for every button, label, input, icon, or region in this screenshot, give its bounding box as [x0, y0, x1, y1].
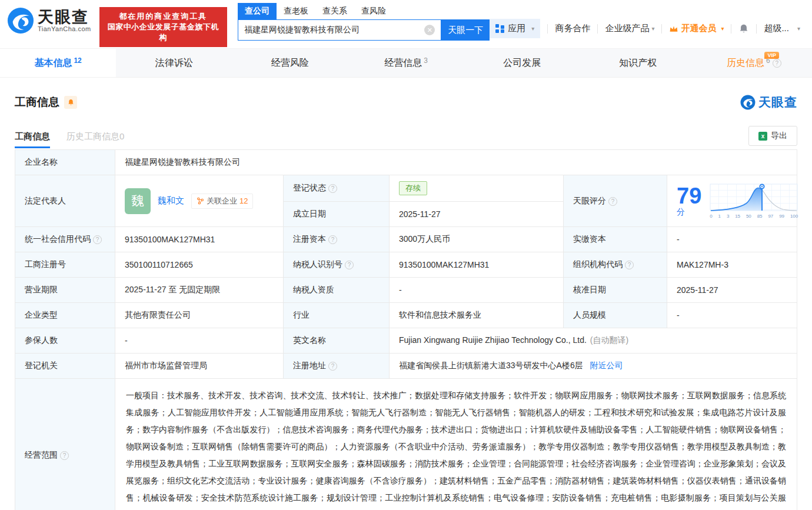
- help-icon[interactable]: ?: [608, 197, 617, 206]
- apps-menu-button[interactable]: 应用 ▾: [490, 19, 540, 38]
- reg-authority-label: 登记机关: [15, 354, 115, 379]
- enterprise-products-menu[interactable]: 企业级产品 ▾: [605, 23, 654, 34]
- notification-bell-icon[interactable]: [738, 24, 749, 34]
- credit-code-value: 91350100MAK127MH31: [115, 227, 284, 252]
- help-icon[interactable]: ?: [328, 362, 337, 371]
- business-cooperation-link[interactable]: 商务合作: [555, 23, 590, 34]
- staff-size-label: 人员规模: [564, 303, 667, 328]
- related-companies-badge[interactable]: 关联企业 12: [191, 194, 253, 209]
- user-account-menu[interactable]: 超级... ▾: [764, 23, 800, 34]
- bell-icon: [67, 99, 75, 106]
- company-type-value: 其他有限责任公司: [115, 303, 284, 328]
- staff-size-value: -: [667, 303, 797, 328]
- business-scope-value: 一般项目：技术服务、技术开发、技术咨询、技术交流、技术转让、技术推广；数据处理和…: [115, 379, 797, 510]
- subtab-history-business-info[interactable]: 历史工商信息0: [66, 131, 124, 148]
- brand-slogan-banner: 都在用的商业查询工具 国家中小企业发展子基金旗下机构: [99, 7, 227, 47]
- company-type-label: 企业类型: [15, 303, 115, 328]
- help-icon[interactable]: ?: [345, 261, 354, 269]
- export-button[interactable]: x 导出: [748, 126, 797, 146]
- tianyancha-watermark: 天眼查: [740, 94, 797, 111]
- network-icon: [197, 197, 204, 205]
- table-row: 企业类型 其他有限责任公司 行业 软件和信息技术服务业 人员规模 -: [15, 303, 797, 328]
- english-name-label: 英文名称: [284, 328, 390, 354]
- tab-history-info-label: 历史信息: [727, 57, 764, 69]
- tab-legal-lawsuits-label: 法律诉讼: [155, 57, 193, 69]
- industry-label: 行业: [284, 303, 390, 328]
- tab-history-info[interactable]: VIP 历史信息 6 ?: [696, 49, 812, 77]
- chevron-down-icon: ▾: [531, 25, 534, 32]
- tab-operation-info[interactable]: 经营信息 3: [348, 49, 464, 77]
- top-header: 天眼查 TianYanCha.com 都在用的商业查询工具 国家中小企业发展子基…: [0, 0, 812, 48]
- user-account-label: 超级...: [764, 23, 789, 34]
- reg-authority-value: 福州市市场监督管理局: [115, 354, 284, 379]
- status-badge: 存续: [399, 181, 427, 195]
- excel-icon: x: [758, 132, 767, 141]
- tianyancha-logo[interactable]: 天眼查 TianYanCha.com: [7, 7, 91, 34]
- nearby-companies-link[interactable]: 附近公司: [590, 361, 623, 370]
- tab-company-development[interactable]: 公司发展: [464, 49, 580, 77]
- help-icon[interactable]: ?: [625, 261, 634, 269]
- search-tab-company[interactable]: 查公司: [238, 3, 277, 19]
- table-row: 统一社会信用代码? 91350100MAK127MH31 注册资本? 3000万…: [15, 227, 797, 252]
- search-input[interactable]: [238, 25, 424, 35]
- business-term-value: 2025-11-27 至 无固定期限: [115, 278, 284, 303]
- tianyan-score[interactable]: 79分: [677, 184, 787, 219]
- clear-search-icon[interactable]: ✕: [424, 25, 435, 35]
- tab-legal-lawsuits[interactable]: 法律诉讼: [116, 49, 232, 77]
- help-icon[interactable]: ?: [328, 235, 337, 244]
- search-tab-relation[interactable]: 查关系: [315, 3, 354, 19]
- section-title: 工商信息: [15, 95, 59, 110]
- reg-capital-value: 3000万人民币: [390, 227, 564, 252]
- auto-translate-note: (自动翻译): [590, 335, 628, 345]
- table-row: 营业期限 2025-11-27 至 无固定期限 纳税人资质 - 核准日期 202…: [15, 278, 797, 303]
- tab-basic-info-label: 基本信息: [34, 57, 72, 69]
- tab-intellectual-property[interactable]: 知识产权: [580, 49, 696, 77]
- help-icon[interactable]: ?: [93, 235, 102, 244]
- tab-operation-risk[interactable]: 经营风险: [232, 49, 348, 77]
- chevron-down-icon: ▾: [721, 25, 724, 32]
- open-vip-button[interactable]: 开通会员 ▾: [669, 23, 724, 34]
- watermark-text: 天眼查: [758, 94, 797, 111]
- reg-status-label: 登记状态?: [284, 175, 390, 202]
- slogan-line2: 国家中小企业发展子基金旗下机构: [105, 22, 221, 43]
- search-tabs: 查公司 查老板 查关系 查风险: [238, 3, 490, 19]
- search-button[interactable]: 天眼一下: [441, 19, 490, 41]
- business-info-table: 企业名称 福建星网锐捷智教科技有限公司 法定代表人 魏 魏和文: [15, 149, 797, 510]
- paid-capital-label: 实缴资本: [564, 227, 667, 252]
- legal-rep-avatar[interactable]: 魏: [125, 188, 151, 214]
- search-area: 查公司 查老板 查关系 查风险 ✕ 天眼一下: [238, 3, 490, 41]
- tianyancha-logo-icon: [7, 7, 34, 34]
- logo-title: 天眼查: [38, 9, 91, 25]
- tab-operation-risk-label: 经营风险: [271, 57, 309, 69]
- org-code-label: 组织机构代码?: [564, 252, 667, 278]
- legal-rep-label: 法定代表人: [15, 175, 115, 227]
- subscribe-bell-button[interactable]: [64, 96, 77, 109]
- establish-date-value: 2025-11-27: [390, 202, 564, 227]
- help-icon[interactable]: ?: [773, 59, 781, 68]
- company-name-value: 福建星网锐捷智教科技有限公司: [115, 150, 797, 175]
- help-icon[interactable]: ?: [60, 451, 69, 460]
- approval-date-label: 核准日期: [564, 278, 667, 303]
- table-row: 经营范围? 一般项目：技术服务、技术开发、技术咨询、技术交流、技术转让、技术推广…: [15, 379, 797, 510]
- taxpayer-quality-value: -: [390, 278, 564, 303]
- help-icon[interactable]: ?: [328, 184, 337, 193]
- search-tab-boss[interactable]: 查老板: [277, 3, 315, 19]
- reg-capital-label: 注册资本?: [284, 227, 390, 252]
- legal-rep-name-link[interactable]: 魏和文: [158, 195, 184, 206]
- business-scope-label: 经营范围?: [15, 379, 115, 510]
- search-tab-risk[interactable]: 查风险: [354, 3, 393, 19]
- approval-date-value: 2025-11-27: [667, 278, 797, 303]
- table-row: 登记机关 福州市市场监督管理局 注册地址? 福建省闽侯县上街镇新港大道33号研发…: [15, 354, 797, 379]
- table-row: 工商注册号 350100110712665 纳税人识别号? 91350100MA…: [15, 252, 797, 278]
- tianyancha-watermark-icon: [740, 95, 756, 110]
- insured-count-label: 参保人数: [15, 328, 115, 354]
- score-unit: 分: [677, 207, 685, 216]
- tab-basic-info-count: 12: [74, 56, 81, 65]
- tab-operation-info-count: 3: [424, 56, 428, 65]
- taxpayer-id-label: 纳税人识别号?: [284, 252, 390, 278]
- reg-address-value: 福建省闽侯县上街镇新港大道33号研发中心A楼6层 附近公司: [390, 354, 797, 379]
- tab-basic-info[interactable]: 基本信息 12: [0, 49, 116, 77]
- industry-value: 软件和信息技术服务业: [390, 303, 564, 328]
- open-vip-label: 开通会员: [681, 23, 716, 34]
- subtab-business-info[interactable]: 工商信息: [15, 131, 50, 148]
